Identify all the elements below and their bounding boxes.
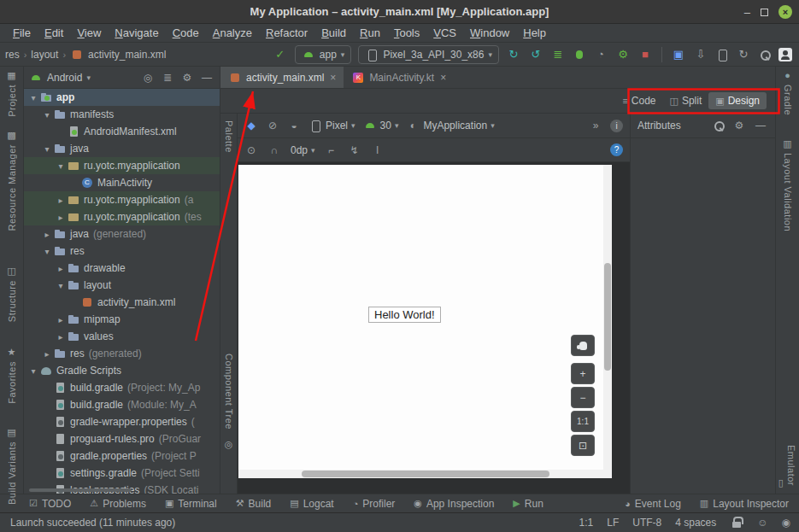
menu-navigate[interactable]: Navigate — [109, 26, 164, 40]
run-icon[interactable]: ≣ — [550, 48, 566, 61]
view-options-icon[interactable]: ⊙ — [244, 144, 258, 156]
hello-world-textview[interactable]: Hello World! — [368, 307, 441, 323]
tree-item-settings-gradle[interactable]: settings.gradle(Project Setti — [24, 465, 220, 482]
tool-layout-inspector[interactable]: ▥Layout Inspector — [700, 498, 789, 510]
zoom-in-button[interactable]: + — [571, 363, 595, 384]
tree-item-res-generated[interactable]: ▸res(generated) — [24, 345, 220, 362]
theme-dropdown[interactable]: ◐ MyApplication ▾ — [406, 120, 494, 132]
avatar[interactable] — [778, 48, 792, 61]
tree-item-values[interactable]: ▸values — [24, 328, 220, 345]
notifications-icon[interactable]: ◉ — [782, 517, 790, 529]
menu-vcs[interactable]: VCS — [427, 26, 462, 40]
tree-item-java[interactable]: ▾java — [24, 140, 220, 157]
tool-logcat[interactable]: ▤Logcat — [290, 498, 333, 510]
overflow-icon[interactable]: » — [589, 120, 602, 132]
breadcrumb-layout[interactable]: layout — [31, 49, 58, 61]
hide-panel-icon[interactable]: — — [753, 120, 768, 132]
chevron-down-icon[interactable]: ▾ — [41, 247, 53, 256]
file-encoding[interactable]: UTF-8 — [632, 517, 661, 529]
run-config-selector[interactable]: app ▾ — [295, 45, 352, 64]
close-icon[interactable]: × — [440, 72, 446, 84]
tree-item-mainactivity[interactable]: MainActivity — [24, 174, 220, 191]
menu-build[interactable]: Build — [315, 26, 352, 40]
menu-file[interactable]: File — [7, 26, 37, 40]
autoconnect-icon[interactable]: ∩ — [267, 144, 281, 156]
chevron-right-icon[interactable]: ▸ — [41, 230, 53, 239]
apply-code-changes-icon[interactable]: ↺ — [528, 48, 543, 61]
blueprint-off-icon[interactable]: ⊘ — [266, 120, 279, 132]
breadcrumb-file[interactable]: activity_main.xml — [88, 49, 166, 61]
chevron-right-icon[interactable]: ▸ — [55, 196, 67, 205]
chevron-down-icon[interactable]: ▾ — [41, 144, 53, 154]
device-dropdown[interactable]: Pixel ▾ — [308, 119, 355, 132]
device-selector[interactable]: Pixel_3a_API_30_x86 ▾ — [358, 45, 499, 64]
menu-run[interactable]: Run — [354, 26, 386, 40]
chevron-right-icon[interactable]: ▸ — [55, 264, 67, 273]
menu-code[interactable]: Code — [167, 26, 205, 40]
menu-help[interactable]: Help — [517, 26, 552, 40]
gear-icon[interactable]: ⚙ — [731, 120, 747, 132]
tree-item-gradle-properties[interactable]: gradle.properties(Project P — [24, 447, 220, 465]
pan-button[interactable] — [571, 335, 595, 356]
tree-item-proguard-rules[interactable]: proguard-rules.pro(ProGuar — [24, 430, 220, 447]
design-mode-button[interactable]: ▣ Design — [708, 92, 767, 109]
tree-item-app[interactable]: ▾app — [24, 89, 220, 106]
chevron-right-icon[interactable]: ▸ — [41, 349, 53, 359]
tree-item-mipmap[interactable]: ▸mipmap — [24, 311, 220, 328]
tab-mainactivity-kt[interactable]: MainActivity.kt × — [344, 67, 454, 88]
menu-edit[interactable]: Edit — [38, 26, 69, 40]
zoom-out-button[interactable]: − — [571, 387, 595, 408]
api-level-dropdown[interactable]: 30 ▾ — [363, 119, 399, 132]
clear-constraints-icon[interactable]: ↯ — [348, 144, 361, 156]
tool-problems[interactable]: ⚠Problems — [90, 498, 146, 510]
tree-item-build-gradle-project[interactable]: build.gradle(Project: My_Ap — [24, 379, 220, 396]
close-icon[interactable]: × — [330, 72, 336, 84]
locate-file-icon[interactable]: ◎ — [140, 72, 156, 84]
sidebar-item-resource-manager[interactable]: ▩ Resource Manager — [7, 131, 17, 231]
tree-item-layout[interactable]: ▾layout — [24, 277, 220, 294]
zoom-to-fit-button[interactable]: ⊡ — [571, 435, 595, 456]
chevron-down-icon[interactable]: ▾ — [27, 366, 39, 376]
tree-item-gradle-wrapper-properties[interactable]: gradle-wrapper.properties( — [24, 413, 220, 430]
user-icon[interactable]: ☺ — [757, 517, 767, 529]
lock-icon[interactable] — [730, 516, 743, 529]
tree-item-activity-main-xml[interactable]: activity_main.xml — [24, 294, 220, 311]
maximize-button[interactable] — [761, 9, 768, 16]
sidebar-item-emulator[interactable]: ▯ Emulator — [778, 445, 796, 488]
night-mode-icon[interactable]: ◒ — [287, 120, 301, 132]
menu-window[interactable]: Window — [464, 26, 515, 40]
component-tree-tab[interactable]: Component Tree — [224, 354, 234, 430]
download-icon[interactable]: ⇩ — [693, 48, 708, 61]
guidelines-icon[interactable]: ⌐ — [325, 144, 338, 156]
sidebar-item-project[interactable]: ▦ Project — [7, 71, 17, 117]
tool-app-inspection[interactable]: ◉App Inspection — [414, 498, 494, 510]
tree-item-build-gradle-module[interactable]: build.gradle(Module: My_A — [24, 396, 220, 413]
sidebar-item-structure[interactable]: ◫ Structure — [7, 266, 17, 322]
chevron-right-icon[interactable]: ▸ — [55, 332, 67, 342]
stop-icon[interactable]: ■ — [637, 48, 653, 61]
caret-position[interactable]: 1:1 — [579, 517, 594, 529]
chevron-down-icon[interactable]: ▾ — [55, 161, 67, 171]
tool-event-log[interactable]: ◕Event Log — [625, 498, 681, 510]
tree-item-manifests[interactable]: ▾manifests — [24, 106, 220, 123]
device-canvas[interactable]: Hello World! — [238, 165, 612, 478]
gradle-sync-icon[interactable]: ↻ — [736, 48, 751, 61]
sidebar-item-layout-validation[interactable]: ▥ Layout Validation — [783, 139, 793, 231]
search-everywhere-icon[interactable] — [758, 48, 772, 61]
tree-item-java-generated[interactable]: ▸java(generated) — [24, 225, 220, 243]
tool-build[interactable]: ⚒Build — [236, 498, 272, 510]
sidebar-item-build-variants[interactable]: ▤ Build Variants — [7, 428, 17, 505]
component-tree-toggle-icon[interactable]: ◎ — [225, 440, 233, 449]
project-horizontal-scrollbar[interactable] — [29, 488, 132, 492]
help-icon[interactable]: ? — [610, 143, 623, 156]
sidebar-item-gradle[interactable]: ● Gradle — [783, 71, 793, 115]
chevron-down-icon[interactable]: ▾ — [55, 281, 67, 290]
code-mode-button[interactable]: ≡ Code — [615, 92, 662, 109]
view-options-icon[interactable]: ≣ — [160, 72, 175, 84]
search-icon[interactable] — [712, 119, 726, 132]
chevron-down-icon[interactable]: ▾ — [27, 93, 39, 102]
render-issues-badge[interactable]: i — [610, 120, 623, 132]
profile-icon[interactable]: ◔ — [593, 48, 608, 61]
minimize-button[interactable]: – — [744, 7, 750, 18]
chevron-down-icon[interactable]: ▾ — [41, 110, 53, 120]
